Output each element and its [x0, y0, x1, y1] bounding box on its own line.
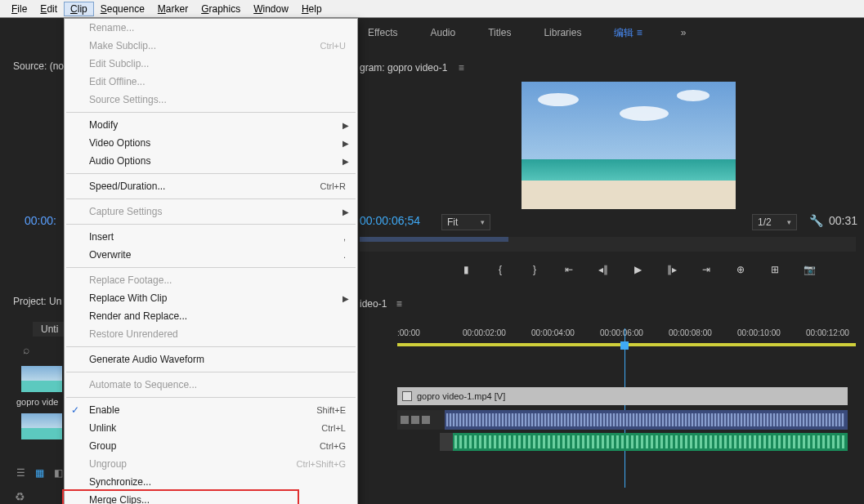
recycle-icon[interactable]: ♻	[15, 490, 25, 503]
menu-accelerator: ,	[343, 232, 346, 242]
menu-item-ungroup: UngroupCtrl+Shift+G	[65, 455, 357, 473]
tab-effects[interactable]: Effects	[368, 27, 397, 38]
menu-item-label: Automate to Sequence...	[89, 379, 346, 390]
menu-item-modify[interactable]: Modify▶	[65, 116, 357, 134]
camera-button[interactable]: 📷	[801, 261, 817, 278]
list-view-icon[interactable]: ☰	[16, 467, 25, 479]
project-panel-title: Project: Un	[13, 296, 61, 307]
bracket-l-button[interactable]: {	[492, 261, 508, 278]
menu-item-label: Video Options	[89, 137, 346, 149]
freeform-view-icon[interactable]: ◧	[54, 467, 63, 479]
ruler-tick: :00:00	[397, 328, 420, 337]
menubar: FileEditClipSequenceMarkerGraphicsWindow…	[0, 0, 864, 18]
menu-item-label: Group	[89, 440, 320, 452]
menu-item-speed-duration[interactable]: Speed/Duration...Ctrl+R	[65, 177, 357, 195]
menu-item-unlink[interactable]: UnlinkCtrl+L	[65, 419, 357, 437]
menu-item-automate-to-sequence: Automate to Sequence...	[65, 376, 357, 394]
menu-edit[interactable]: Edit	[34, 2, 64, 16]
project-clip-thumbnail[interactable]	[21, 366, 62, 392]
clip-label: gopro video-1.mp4 [V]	[417, 391, 505, 401]
program-scrub-bar[interactable]	[360, 237, 856, 252]
tab-edit-cn[interactable]: 编辑	[614, 26, 647, 40]
step-l-button[interactable]: ◂∥	[595, 261, 611, 278]
menu-item-enable[interactable]: ✓EnableShift+E	[65, 401, 357, 419]
jump-r-button[interactable]: ⇥	[698, 261, 714, 278]
zoom-fit-dropdown[interactable]: Fit▾	[441, 214, 490, 230]
menu-accelerator: Ctrl+G	[320, 441, 346, 451]
menu-item-render-and-replace[interactable]: Render and Replace...	[65, 307, 357, 325]
menu-item-label: Ungroup	[89, 458, 296, 470]
menu-accelerator: Ctrl+L	[321, 423, 346, 433]
project-bin-tab[interactable]: Unti	[33, 322, 66, 337]
menu-marker[interactable]: Marker	[151, 2, 195, 16]
menu-item-label: Edit Offline...	[89, 76, 346, 87]
menu-item-label: Rename...	[89, 22, 346, 33]
menu-clip[interactable]: Clip	[64, 2, 94, 16]
menu-item-generate-audio-waveform[interactable]: Generate Audio Waveform	[65, 350, 357, 368]
menu-item-label: Unlink	[89, 422, 321, 434]
video-track-clip[interactable]: gopro video-1.mp4 [V]	[397, 387, 848, 405]
menu-item-merge-clips[interactable]: Merge Clips...	[65, 491, 357, 504]
play-button[interactable]: ▶	[629, 261, 646, 278]
preview-cloud	[677, 90, 710, 101]
project-clip-label: gopro vide	[16, 397, 58, 407]
menu-help[interactable]: Help	[295, 2, 329, 16]
menu-item-overwrite[interactable]: Overwrite.	[65, 246, 357, 264]
project-clip-thumbnail[interactable]	[21, 413, 62, 439]
clip-menu-dropdown: Rename...Make Subclip...Ctrl+UEdit Subcl…	[64, 18, 358, 504]
menu-item-synchronize[interactable]: Synchronize...	[65, 473, 357, 491]
tabs-overflow[interactable]: »	[681, 27, 687, 38]
jump-l-button[interactable]: ⇤	[561, 261, 577, 278]
tab-libraries[interactable]: Libraries	[544, 27, 581, 38]
playhead[interactable]	[624, 328, 625, 488]
menu-item-replace-footage: Replace Footage...	[65, 271, 357, 289]
menu-item-label: Replace With Clip	[89, 292, 346, 304]
menu-window[interactable]: Window	[247, 2, 295, 16]
bracket-r-button[interactable]: }	[526, 261, 543, 278]
menu-graphics[interactable]: Graphics	[195, 2, 247, 16]
menu-file[interactable]: File	[5, 2, 34, 16]
audio-track-1-header[interactable]	[397, 410, 445, 430]
menu-separator	[66, 112, 356, 113]
menu-item-label: Overwrite	[89, 249, 343, 261]
panel-menu-icon[interactable]: ≡	[393, 298, 401, 310]
menu-item-label: Audio Options	[89, 155, 346, 167]
menu-separator	[66, 267, 356, 268]
audio-waveform	[454, 435, 844, 448]
audio-track-2-header[interactable]	[440, 433, 453, 451]
settings-wrench-icon[interactable]: 🔧	[809, 214, 823, 227]
submenu-arrow-icon: ▶	[342, 294, 349, 303]
timeline-ruler[interactable]: :00:0000:00:02:0000:00:04:0000:00:06:000…	[360, 328, 856, 355]
menu-item-audio-options[interactable]: Audio Options▶	[65, 152, 357, 170]
menu-item-label: Capture Settings	[89, 206, 346, 217]
menu-item-label: Synchronize...	[89, 476, 346, 488]
menu-item-video-options[interactable]: Video Options▶	[65, 134, 357, 152]
insert-button[interactable]: ⊕	[732, 261, 749, 278]
panel-menu-icon[interactable]: ≡	[455, 62, 463, 74]
program-preview[interactable]	[522, 82, 736, 209]
menu-item-group[interactable]: GroupCtrl+G	[65, 437, 357, 455]
step-r-button[interactable]: ∥▸	[664, 261, 680, 278]
ruler-tick: 00:00:10:00	[737, 328, 781, 337]
program-timecode-current[interactable]: 00:00:06;54	[360, 214, 420, 227]
icon-view-icon[interactable]: ▦	[35, 467, 44, 479]
timeline-sequence-tab[interactable]: ideo-1 ≡	[360, 298, 402, 310]
menu-item-label: Modify	[89, 119, 346, 131]
tab-audio[interactable]: Audio	[430, 27, 455, 38]
menu-sequence[interactable]: Sequence	[94, 2, 151, 16]
menu-separator	[66, 397, 356, 398]
tab-titles[interactable]: Titles	[488, 27, 511, 38]
menu-item-insert[interactable]: Insert,	[65, 228, 357, 246]
overwrite-button[interactable]: ⊞	[767, 261, 783, 278]
menu-item-edit-subclip: Edit Subclip...	[65, 55, 357, 73]
menu-item-replace-with-clip[interactable]: Replace With Clip▶	[65, 289, 357, 307]
resolution-dropdown[interactable]: 1/2▾	[752, 214, 797, 230]
search-icon[interactable]: ⌕	[23, 343, 29, 356]
submenu-arrow-icon: ▶	[342, 207, 349, 216]
submenu-arrow-icon: ▶	[342, 139, 349, 148]
ruler-tick: 00:00:02:00	[463, 328, 506, 337]
equals-icon	[637, 27, 648, 35]
ruler-tick: 00:00:08:00	[669, 328, 712, 337]
bookmark-button[interactable]: ▮	[458, 261, 474, 278]
menu-item-label: Restore Unrendered	[89, 328, 346, 340]
